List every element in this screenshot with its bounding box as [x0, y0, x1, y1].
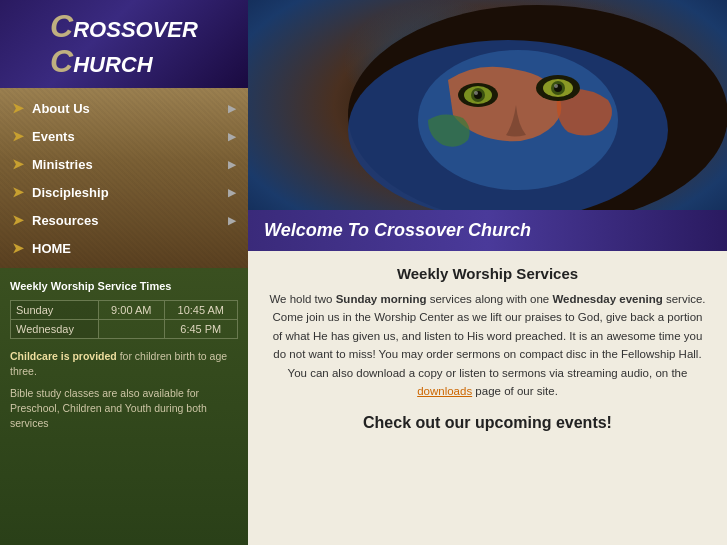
hero-image [248, 0, 727, 210]
wednesday-evening-bold: Wednesday evening [552, 293, 662, 305]
nav-chevron-events: ▶ [228, 131, 236, 142]
nav-arrow-discipleship: ➤ [12, 184, 24, 200]
table-row-sunday: Sunday 9:00 AM 10:45 AM [11, 301, 238, 320]
svg-point-12 [554, 84, 558, 88]
events-title: Check out our upcoming events! [268, 414, 707, 432]
welcome-banner: Welcome To Crossover Church [248, 210, 727, 251]
wednesday-label: Wednesday [11, 320, 99, 339]
nav-area: ➤ About Us ▶ ➤ Events ▶ ➤ Ministries ▶ [0, 88, 248, 268]
nav-arrow-events: ➤ [12, 128, 24, 144]
nav-chevron-discipleship: ▶ [228, 187, 236, 198]
worship-times-title: Weekly Worship Service Times [10, 280, 238, 292]
sidebar: CROSSOVER CHURCH ➤ About Us ▶ ➤ Events ▶ [0, 0, 248, 545]
table-row-wednesday: Wednesday 6:45 PM [11, 320, 238, 339]
nav-label-resources: Resources [32, 213, 98, 228]
logo: CROSSOVER CHURCH [50, 9, 198, 79]
bible-text: Bible study classes are also available f… [10, 386, 238, 430]
nav-item-events[interactable]: ➤ Events ▶ [0, 122, 248, 150]
nav-arrow-about: ➤ [12, 100, 24, 116]
welcome-text: Welcome To Crossover Church [264, 220, 531, 240]
nav-arrow-ministries: ➤ [12, 156, 24, 172]
nav-arrow-resources: ➤ [12, 212, 24, 228]
nav-label-about: About Us [32, 101, 90, 116]
nav-label-home: HOME [32, 241, 71, 256]
nav-item-ministries[interactable]: ➤ Ministries ▶ [0, 150, 248, 178]
wednesday-time3: 6:45 PM [164, 320, 237, 339]
worship-section-title: Weekly Worship Services [268, 265, 707, 282]
logo-c1: C [50, 8, 73, 44]
nav-item-home[interactable]: ➤ HOME [0, 234, 248, 262]
main-content: Welcome To Crossover Church Weekly Worsh… [248, 0, 727, 545]
info-area: Weekly Worship Service Times Sunday 9:00… [0, 268, 248, 545]
nav-arrow-home: ➤ [12, 240, 24, 256]
childcare-text: Childcare is provided for children birth… [10, 349, 238, 378]
wednesday-time1 [98, 320, 164, 339]
logo-c2: C [50, 43, 73, 79]
nav-item-resources[interactable]: ➤ Resources ▶ [0, 206, 248, 234]
nav-label-discipleship: Discipleship [32, 185, 109, 200]
nav-item-discipleship[interactable]: ➤ Discipleship ▶ [0, 178, 248, 206]
nav-chevron-resources: ▶ [228, 215, 236, 226]
nav-label-ministries: Ministries [32, 157, 93, 172]
logo-area: CROSSOVER CHURCH [0, 0, 248, 88]
nav-label-events: Events [32, 129, 75, 144]
nav-chevron-about: ▶ [228, 103, 236, 114]
worship-table: Sunday 9:00 AM 10:45 AM Wednesday 6:45 P… [10, 300, 238, 339]
sunday-label: Sunday [11, 301, 99, 320]
nav-chevron-ministries: ▶ [228, 159, 236, 170]
sunday-time1: 9:00 AM [98, 301, 164, 320]
hero-illustration [248, 0, 727, 210]
downloads-link[interactable]: downloads [417, 385, 472, 397]
content-body: Weekly Worship Services We hold two Sund… [248, 251, 727, 545]
svg-point-7 [474, 91, 478, 95]
worship-section-text: We hold two Sunday morning services alon… [268, 290, 707, 400]
nav-item-about[interactable]: ➤ About Us ▶ [0, 94, 248, 122]
childcare-bold: Childcare is provided [10, 350, 117, 362]
sunday-morning-bold: Sunday morning [336, 293, 427, 305]
sunday-time2: 10:45 AM [164, 301, 237, 320]
